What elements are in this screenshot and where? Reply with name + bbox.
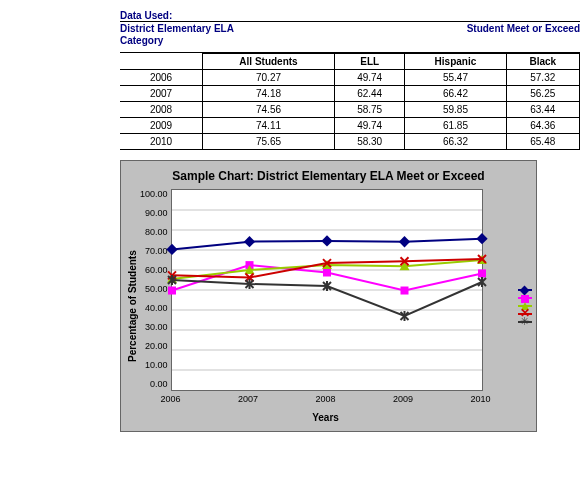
cell-hisp: 55.47 [405, 70, 506, 86]
col-hisp: Hispanic [405, 54, 506, 70]
xtick: 2006 [156, 394, 186, 404]
cell-black: 57.32 [506, 70, 579, 86]
cell-year: 2009 [120, 118, 203, 134]
data-used-label: Data Used: [120, 10, 585, 21]
svg-rect-12 [398, 236, 409, 247]
svg-rect-14 [168, 287, 176, 295]
col-black: Black [506, 54, 579, 70]
col-year [120, 54, 203, 70]
cell-all: 74.18 [203, 86, 335, 102]
cell-black: 56.25 [506, 86, 579, 102]
cell-ell: 58.30 [335, 134, 405, 150]
subheader-row: District Elementary ELA Student Meet or … [120, 21, 580, 35]
svg-rect-11 [321, 235, 332, 246]
svg-rect-10 [243, 236, 254, 247]
chart-title: Sample Chart: District Elementary ELA Me… [121, 161, 536, 189]
cell-all: 70.27 [203, 70, 335, 86]
cell-year: 2010 [120, 134, 203, 150]
cell-ell: 49.74 [335, 118, 405, 134]
xtick: 2010 [466, 394, 496, 404]
cell-year: 2007 [120, 86, 203, 102]
cell-black: 63.44 [506, 102, 579, 118]
subheader-left: District Elementary ELA [120, 23, 467, 34]
xtick: 2008 [311, 394, 341, 404]
table-row: 201075.6558.3066.3265.48 [120, 134, 580, 150]
xtick: 2007 [233, 394, 263, 404]
table-row: 200774.1862.4466.4256.25 [120, 86, 580, 102]
chart-body: Percentage of Students 100.0090.0080.007… [121, 189, 536, 423]
svg-rect-17 [400, 287, 408, 295]
subheader-right: Student Meet or Exceed [467, 23, 580, 34]
legend-item [518, 297, 532, 299]
cell-all: 74.56 [203, 102, 335, 118]
ytick: 60.00 [140, 265, 168, 275]
cell-hisp: 61.85 [405, 118, 506, 134]
table-row: 200670.2749.7455.4757.32 [120, 70, 580, 86]
col-ell: ELL [335, 54, 405, 70]
svg-rect-18 [478, 269, 486, 277]
chart-svg [172, 190, 482, 390]
ytick: 10.00 [140, 360, 168, 370]
ytick: 70.00 [140, 246, 168, 256]
chart-container: Sample Chart: District Elementary ELA Me… [120, 160, 537, 432]
cell-all: 75.65 [203, 134, 335, 150]
table-row: 200974.1149.7461.8564.36 [120, 118, 580, 134]
chart-legend: ✕✳ [512, 189, 532, 423]
cell-black: 64.36 [506, 118, 579, 134]
legend-item [518, 289, 532, 291]
cell-hisp: 59.85 [405, 102, 506, 118]
cell-black: 65.48 [506, 134, 579, 150]
chart-plot-area [171, 189, 483, 391]
table-header-row: All Students ELL Hispanic Black [120, 54, 580, 70]
data-table-wrap: All Students ELL Hispanic Black 200670.2… [120, 53, 580, 150]
category-label: Category [120, 35, 585, 46]
ytick: 100.00 [140, 189, 168, 199]
xtick: 2009 [388, 394, 418, 404]
ytick: 0.00 [140, 379, 168, 389]
ytick: 30.00 [140, 322, 168, 332]
table-row: 200874.5658.7559.8563.44 [120, 102, 580, 118]
chart-yaxis: 100.0090.0080.0070.0060.0050.0040.0030.0… [140, 189, 171, 389]
chart-ylabel: Percentage of Students [125, 189, 140, 423]
ytick: 80.00 [140, 227, 168, 237]
ytick: 40.00 [140, 303, 168, 313]
ytick: 50.00 [140, 284, 168, 294]
cell-hisp: 66.42 [405, 86, 506, 102]
legend-item: ✳ [518, 321, 532, 323]
col-all: All Students [203, 54, 335, 70]
ytick: 90.00 [140, 208, 168, 218]
cell-hisp: 66.32 [405, 134, 506, 150]
cell-ell: 49.74 [335, 70, 405, 86]
data-table: All Students ELL Hispanic Black 200670.2… [120, 53, 580, 150]
cell-all: 74.11 [203, 118, 335, 134]
cell-ell: 62.44 [335, 86, 405, 102]
cell-year: 2006 [120, 70, 203, 86]
page-container: Data Used: District Elementary ELA Stude… [0, 0, 585, 432]
chart-xaxis: 20062007200820092010 [171, 391, 481, 406]
ytick: 20.00 [140, 341, 168, 351]
chart-xlabel: Years [171, 406, 481, 423]
cell-year: 2008 [120, 102, 203, 118]
svg-rect-16 [323, 269, 331, 277]
svg-rect-13 [476, 233, 487, 244]
cell-ell: 58.75 [335, 102, 405, 118]
chart-plot-wrap: 20062007200820092010 Years [171, 189, 512, 423]
